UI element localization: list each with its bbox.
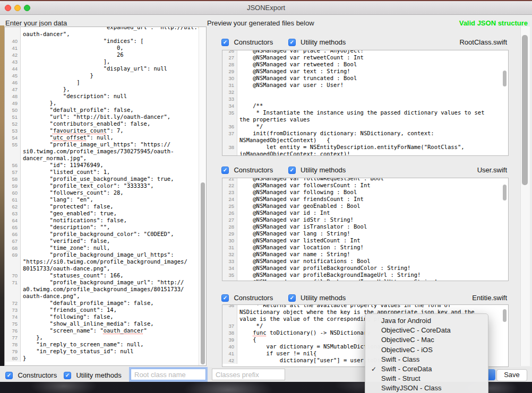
code-text: a0.twimg.com/profile_background_images/8… bbox=[21, 286, 184, 293]
code-text: "in_reply_to_status_id": null bbox=[21, 348, 134, 355]
code-line: 33 bbox=[222, 95, 508, 102]
code-line: 69 "profile_background_image_url_https": bbox=[5, 251, 199, 258]
code-line: oauth-dance.png", bbox=[5, 293, 199, 300]
classes-prefix-input[interactable] bbox=[212, 369, 285, 380]
utility-methods-checkbox-group[interactable]: ✓ Utility methods bbox=[64, 370, 122, 380]
constructors-checkbox[interactable]: ✓ bbox=[221, 39, 229, 46]
title-bar: JSONExport bbox=[0, 1, 532, 15]
line-number: 75 bbox=[5, 320, 21, 327]
code-preview-user[interactable]: 21 @NSManaged var followRequestSent : Bo… bbox=[222, 178, 509, 281]
code-line: 48 "description": null bbox=[5, 93, 199, 100]
menu-item[interactable]: ✓Swift - CoreData bbox=[365, 364, 488, 374]
line-number: 26 bbox=[222, 50, 237, 54]
code-text: "friends_count": 14, bbox=[21, 307, 117, 313]
line-number: 22 bbox=[222, 182, 237, 189]
code-text: @NSManaged var profileBackgroundImageUrl… bbox=[237, 272, 421, 278]
utility-methods-checkbox-group[interactable]: ✓ Utility methods bbox=[288, 293, 346, 302]
line-number: 64 bbox=[5, 217, 21, 224]
code-text: @NSManaged var following : Bool bbox=[237, 189, 357, 196]
line-number: 48 bbox=[5, 93, 21, 100]
line-number: 34 bbox=[222, 102, 237, 109]
code-text: "in_reply_to_screen_name": null, bbox=[21, 341, 144, 348]
json-editor-scrollbar[interactable] bbox=[199, 27, 206, 365]
constructors-label: Constructors bbox=[234, 294, 273, 302]
code-line: 51 "url": "http://bit.ly/oauth-dancer", bbox=[5, 113, 199, 120]
language-popup-button[interactable] bbox=[488, 369, 495, 380]
utility-methods-label: Utility methods bbox=[301, 166, 346, 174]
code-line: 33 @NSManaged var notifications : Bool bbox=[222, 258, 508, 265]
line-number: 63 bbox=[5, 210, 21, 217]
code-line: 44 "display_url": null bbox=[5, 65, 199, 72]
code-text: "favourites_count": 7, bbox=[21, 127, 124, 134]
utility-methods-checkbox[interactable]: ✓ bbox=[288, 294, 296, 302]
code-line: 32 @NSManaged var name : String! bbox=[222, 251, 508, 258]
code-text: @NSManaged var retweetCount : Int bbox=[237, 54, 364, 61]
utility-methods-checkbox[interactable]: ✓ bbox=[288, 167, 296, 174]
code-text: /** bbox=[237, 102, 263, 109]
menu-item[interactable]: ObjectiveC - CoreData bbox=[365, 326, 488, 335]
preview-pane-scrollbar-thumb[interactable] bbox=[522, 35, 528, 185]
code-scrollbar-thumb[interactable] bbox=[503, 309, 507, 322]
line-number: 34 bbox=[222, 265, 237, 272]
code-line: 67 "verified": false, bbox=[5, 238, 199, 244]
menu-item[interactable]: Swift - Struct bbox=[365, 374, 488, 383]
line-number bbox=[5, 31, 21, 38]
code-line: 52 "contributors_enabled": false, bbox=[5, 120, 199, 127]
line-number: 59 bbox=[5, 182, 21, 189]
code-line: 29 @NSManaged var lang : String! bbox=[222, 230, 508, 237]
constructors-checkbox[interactable]: ✓ bbox=[5, 372, 13, 379]
misspelled-word: utc_offset bbox=[53, 134, 87, 141]
code-text: 0, bbox=[21, 45, 124, 51]
code-line: NSManagedObjectContext) { bbox=[222, 137, 508, 144]
utility-methods-checkbox-group[interactable]: ✓ Utility methods bbox=[288, 37, 346, 47]
misspelled-word: favourites_count bbox=[53, 127, 107, 134]
utility-methods-checkbox[interactable]: ✓ bbox=[64, 372, 71, 379]
window-title: JSONExport bbox=[0, 4, 532, 12]
code-text: "url": "http://bit.ly/oauth-dancer", bbox=[21, 113, 170, 120]
filename-user: User.swift bbox=[477, 166, 507, 174]
line-number: 39 bbox=[222, 336, 237, 343]
constructors-checkbox-group[interactable]: ✓ Constructors bbox=[221, 37, 273, 47]
code-line: 23 @NSManaged var following : Bool bbox=[222, 189, 508, 196]
line-number: 42 bbox=[5, 51, 21, 58]
code-text: "screen_name": "oauth_dancer" bbox=[21, 327, 147, 334]
line-number: 40 bbox=[222, 343, 237, 350]
filename-rootclass: RootClass.swift bbox=[459, 38, 507, 46]
line-number: 30 bbox=[222, 75, 237, 82]
code-preview-rootclass[interactable]: 26 @NSManaged var place : AnyObject!27 @… bbox=[222, 50, 509, 156]
utility-methods-checkbox[interactable]: ✓ bbox=[288, 39, 296, 46]
json-editor[interactable]: "expanded_url": "http://bit.ly/oauth-dan… bbox=[4, 27, 207, 366]
code-line: 74 "following": false, bbox=[5, 313, 199, 320]
code-line: 71 "profile_background_image_url": "http… bbox=[5, 279, 199, 286]
line-number: 26 bbox=[222, 209, 237, 216]
utility-methods-checkbox-group[interactable]: ✓ Utility methods bbox=[288, 165, 346, 174]
code-line: 77 }, bbox=[5, 334, 199, 341]
code-line: 66 "profile_background_color": "C0DEED", bbox=[5, 231, 199, 238]
menu-item[interactable]: ObjectiveC - Mac bbox=[365, 335, 488, 345]
section-header-user: ✓ Constructors ✓ Utility methods bbox=[221, 165, 358, 173]
constructors-checkbox-group[interactable]: ✓ Constructors bbox=[221, 165, 273, 174]
line-number: 41 bbox=[5, 45, 21, 51]
menu-item[interactable]: SwiftyJSON - Class bbox=[365, 383, 488, 393]
constructors-checkbox-group[interactable]: ✓ Constructors bbox=[5, 370, 57, 380]
line-number: 37 bbox=[222, 130, 237, 137]
code-line: 37 init(fromDictionary dictionary: NSDic… bbox=[222, 130, 508, 137]
line-number: 36 bbox=[222, 123, 237, 130]
code-scrollbar-thumb[interactable] bbox=[503, 71, 507, 86]
menu-item[interactable]: Java for Android bbox=[365, 316, 488, 326]
code-line: 29 @NSManaged var text : String! bbox=[222, 68, 508, 75]
code-text: oauth-dance.png", bbox=[21, 293, 80, 300]
code-text: "display_url": null bbox=[21, 65, 167, 72]
save-button[interactable]: Save bbox=[496, 369, 527, 381]
menu-item[interactable]: ObjectiveC - iOS bbox=[365, 345, 488, 355]
constructors-checkbox[interactable]: ✓ bbox=[221, 294, 229, 302]
code-line: 45 } bbox=[5, 72, 199, 79]
root-class-name-input[interactable] bbox=[131, 369, 206, 380]
constructors-checkbox[interactable]: ✓ bbox=[221, 167, 229, 174]
menu-item[interactable]: Swift - Class bbox=[365, 355, 488, 364]
code-scrollbar-thumb[interactable] bbox=[503, 185, 507, 200]
code-line: 22 @NSManaged var followersCount : Int bbox=[222, 182, 508, 189]
constructors-checkbox-group[interactable]: ✓ Constructors bbox=[221, 293, 273, 302]
code-text: "show_all_inline_media": false, bbox=[21, 320, 154, 327]
json-editor-scrollbar-thumb[interactable] bbox=[201, 182, 205, 364]
